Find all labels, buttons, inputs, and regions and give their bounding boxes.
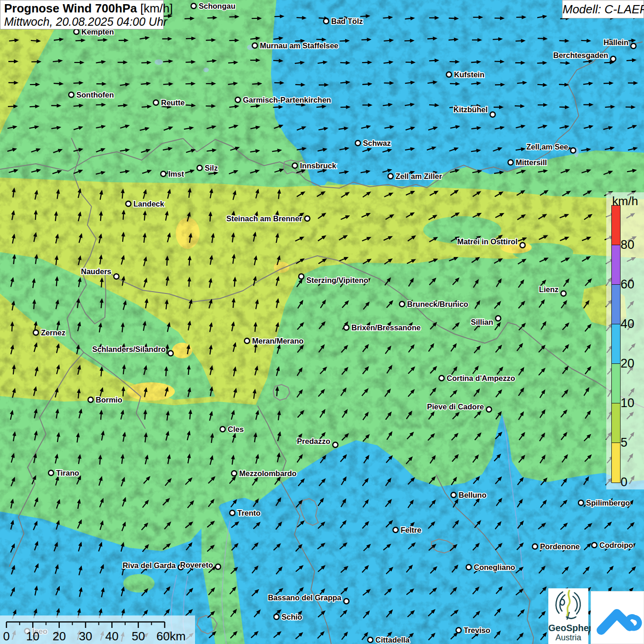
scalebar-label: 40 <box>105 629 119 643</box>
city-label: Cles <box>228 425 244 433</box>
city-zell-am-ziller: Zell am Ziller <box>388 172 442 180</box>
legend-color-80 <box>611 205 621 246</box>
city-label: Tirano <box>56 469 79 477</box>
city-label: Bormio <box>96 396 122 404</box>
scalebar-label: 50 <box>132 629 145 643</box>
scalebar-label: 60km <box>156 629 186 643</box>
city-brixen-bressanone: Brixen/Bressanone <box>344 323 420 332</box>
city-marker <box>368 637 373 642</box>
city-marker <box>333 442 338 447</box>
city-label: Sterzing/Vipiteno <box>306 276 368 284</box>
city-label: Kufstein <box>454 70 484 79</box>
city-marker <box>88 397 93 402</box>
wind-map: SchongauBad TölzKemptenMurnau am Staffel… <box>0 0 644 644</box>
city-marker <box>508 160 513 165</box>
city-marker <box>631 43 636 48</box>
city-marker <box>355 140 360 145</box>
city-marker <box>69 92 74 97</box>
windspeed-legend: km/h 806040201050 <box>606 192 644 489</box>
city-label: Feltre <box>401 526 421 534</box>
city-marker <box>486 407 491 412</box>
city-label: Trento <box>237 509 260 517</box>
city-marker <box>495 316 500 321</box>
title-unit: [km/h] <box>137 1 173 15</box>
city-marker <box>451 492 456 497</box>
city-garmisch-partenkirchen: Garmisch-Partenkirchen <box>235 96 331 104</box>
city-label: Codroipo <box>599 541 633 549</box>
title-box: Prognose Wind 700hPa [km/h] Mittwoch, 20… <box>0 0 164 29</box>
mountain-cloud-logo <box>591 592 644 644</box>
city-label: Imst <box>168 170 184 178</box>
city-marker <box>610 56 615 61</box>
city-marker <box>561 291 566 296</box>
city-label: Treviso <box>464 626 490 634</box>
city-label: Rovereto <box>180 561 213 569</box>
geosphere-logo-box: GeoSphere Austria <box>548 588 588 644</box>
city-marker <box>344 325 349 330</box>
city-marker <box>48 470 53 475</box>
legend-tick-60: 60 <box>621 277 644 291</box>
city-cortina-d-ampezzo: Cortina d'Ampezzo <box>439 374 515 382</box>
city-label: Steinach am Brenner <box>226 214 303 223</box>
legend-tick-0: 0 <box>621 475 644 489</box>
geosphere-name: GeoSphere <box>548 623 588 633</box>
city-marker <box>244 338 249 343</box>
partner-logo-box <box>591 591 644 644</box>
city-label: Cittadella <box>375 636 410 644</box>
city-cles: Cles <box>220 425 243 433</box>
city-label: Matrei in Osttirol <box>457 237 518 246</box>
city-marker <box>305 216 310 221</box>
city-label: Garmisch-Partenkirchen <box>243 96 331 104</box>
city-marker <box>520 242 525 247</box>
legend-tick-5: 5 <box>621 436 644 449</box>
scalebar-label: 10 <box>26 629 40 643</box>
city-marker <box>393 527 398 532</box>
city-imst: Imst <box>161 170 184 178</box>
city-pieve-di-cadore: Pieve di Cadore <box>427 402 491 412</box>
city-marker <box>215 564 220 569</box>
city-marker <box>252 43 257 48</box>
city-label: Zell am See <box>526 143 568 151</box>
geosphere-contour-icon <box>550 588 587 621</box>
city-silz: Silz <box>197 164 218 172</box>
model-label: Modell: C-LAEF <box>562 0 644 18</box>
city-conegliano: Conegliano <box>466 563 515 571</box>
city-marker <box>126 201 131 206</box>
city-marker <box>153 100 158 105</box>
city-label: Kitzbühel <box>454 105 488 114</box>
legend-tick-10: 10 <box>621 396 644 410</box>
city-label: Schio <box>282 613 302 621</box>
city-label: Schwaz <box>363 139 391 147</box>
title-parameter: Prognose Wind 700hPa <box>4 1 137 15</box>
city-marker <box>168 351 173 356</box>
city-label: Predazzo <box>297 437 330 445</box>
city-mezzolombardo: Mezzolombardo <box>231 469 296 477</box>
weather-map-page: SchongauBad TölzKemptenMurnau am Staffel… <box>0 0 644 644</box>
city-marker <box>323 18 328 23</box>
legend-color-40 <box>611 284 621 325</box>
legend-color-60 <box>611 245 621 285</box>
geosphere-country: Austria <box>548 633 588 642</box>
city-marker <box>230 510 235 515</box>
legend-tick-20: 20 <box>621 356 644 370</box>
city-marker <box>578 500 583 505</box>
city-label: Sonthofen <box>76 91 114 99</box>
city-marker <box>33 330 38 335</box>
city-label: Spilimbergo <box>586 499 630 507</box>
city-marker <box>235 97 240 102</box>
city-spilimbergo: Spilimbergo <box>578 499 630 507</box>
city-label: Berchtesgaden <box>553 51 608 59</box>
city-marker <box>446 72 451 77</box>
city-murnau-am-staffelsee: Murnau am Staffelsee <box>252 41 338 50</box>
city-bruneck-brunico: Bruneck/Brunico <box>399 300 468 308</box>
city-marker <box>220 426 225 431</box>
scalebar-label: 30 <box>79 629 92 643</box>
city-label: Meran/Merano <box>252 337 304 345</box>
scalebar-label: 20 <box>52 629 66 643</box>
legend-color-20 <box>611 324 621 364</box>
city-label: Lienz <box>539 285 558 293</box>
city-label: Nauders <box>81 267 111 276</box>
city-label: Pordenone <box>540 542 580 551</box>
legend-color-5 <box>611 403 621 443</box>
legend-color-10 <box>611 363 621 404</box>
